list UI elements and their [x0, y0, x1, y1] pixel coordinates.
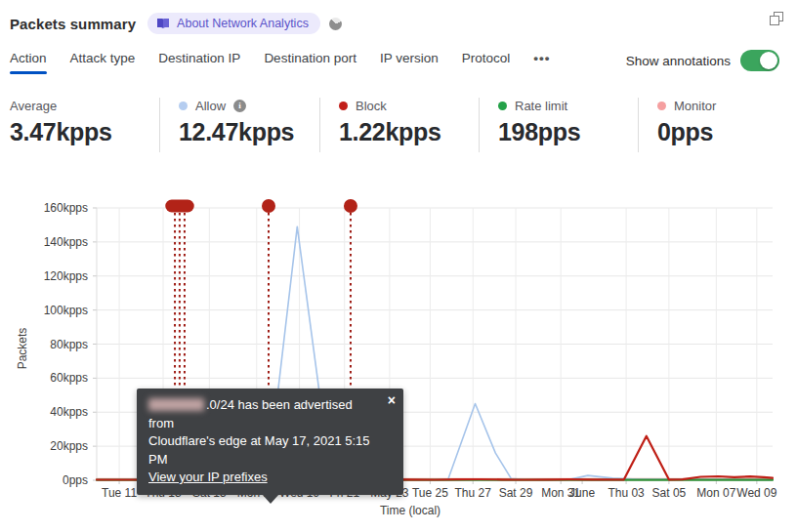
tab-destination-port[interactable]: Destination port	[264, 51, 357, 74]
page-title: Packets summary	[10, 16, 136, 32]
stat-label: Block	[356, 99, 387, 113]
annotation-tooltip: × .0/24 has been advertised from Cloudfl…	[137, 389, 403, 495]
redacted-ip-prefix	[148, 398, 204, 411]
x-axis-title: Time (local)	[332, 504, 488, 517]
dimension-tabs: Action Attack type Destination IP Destin…	[10, 51, 550, 74]
book-icon	[156, 18, 170, 29]
view-ip-prefixes-link[interactable]: View your IP prefixes	[148, 470, 268, 484]
badge-label: About Network Analytics	[177, 17, 309, 30]
stat-label: Rate limit	[515, 99, 567, 113]
show-annotations-label: Show annotations	[626, 54, 731, 68]
toggle-knob	[760, 52, 777, 69]
stat-value: 3.47kpps	[10, 118, 112, 146]
stat-allow: Allow i 12.47kpps	[179, 98, 294, 146]
tooltip-caret	[262, 494, 279, 504]
show-annotations-toggle[interactable]	[740, 50, 779, 71]
close-icon[interactable]: ×	[388, 391, 396, 409]
y-tick-label: 20kpps	[23, 438, 88, 454]
stat-value: 1.22kpps	[339, 118, 441, 146]
divider	[159, 98, 160, 152]
y-tick-label: 160kpps	[23, 200, 88, 216]
tab-more-ellipsis[interactable]: •••	[533, 51, 550, 74]
stat-block: Block 1.22kpps	[339, 98, 441, 146]
tooltip-text-line2: Cloudflare's edge at May 17, 2021 5:15 P…	[148, 433, 370, 467]
active-tab-underline	[10, 71, 47, 74]
tab-attack-type[interactable]: Attack type	[70, 51, 136, 74]
stat-label: Average	[10, 99, 57, 113]
divider	[638, 98, 639, 152]
y-tick-label: 80kpps	[23, 337, 88, 352]
header: Packets summary About Network Analytics	[10, 10, 787, 37]
divider	[319, 98, 320, 152]
stat-label: Allow	[195, 99, 226, 113]
tab-ip-version[interactable]: IP version	[380, 51, 439, 74]
stat-value: 198pps	[498, 118, 580, 146]
monitor-series-dot	[657, 102, 666, 110]
stat-monitor: Monitor 0pps	[657, 98, 716, 146]
stat-value: 12.47kpps	[179, 118, 294, 146]
x-tick-label: Wed 09	[728, 486, 786, 500]
tab-destination-ip[interactable]: Destination IP	[158, 51, 240, 74]
stat-average: Average 3.47kpps	[10, 98, 112, 146]
about-network-analytics-badge[interactable]: About Network Analytics	[147, 13, 320, 34]
y-tick-label: 100kpps	[23, 303, 88, 318]
y-tick-label: 60kpps	[23, 370, 88, 386]
y-tick-label: 40kpps	[23, 404, 88, 420]
rate-limit-series-dot	[498, 102, 507, 110]
y-tick-label: 140kpps	[23, 234, 88, 250]
y-tick-label: 0pps	[23, 472, 88, 488]
packets-time-series-chart: Packets Time (local) × .0/24 has been ad…	[0, 190, 797, 532]
stat-rate-limit: Rate limit 198pps	[498, 98, 580, 146]
allow-series-dot	[179, 102, 188, 110]
stat-value: 0pps	[657, 118, 716, 146]
block-series-dot	[339, 102, 348, 110]
divider	[479, 98, 480, 152]
info-icon[interactable]: i	[233, 100, 246, 112]
y-tick-label: 120kpps	[23, 268, 88, 284]
show-annotations-control: Show annotations	[626, 50, 779, 71]
stat-label: Monitor	[674, 99, 716, 113]
tab-protocol[interactable]: Protocol	[462, 51, 511, 74]
popout-icon[interactable]	[770, 12, 785, 27]
stats-row: Average 3.47kpps Allow i 12.47kpps Block…	[0, 95, 797, 155]
status-pie-icon	[329, 18, 342, 30]
network-analytics-panel: Packets summary About Network Analytics …	[0, 0, 797, 532]
tab-action[interactable]: Action	[10, 51, 47, 74]
